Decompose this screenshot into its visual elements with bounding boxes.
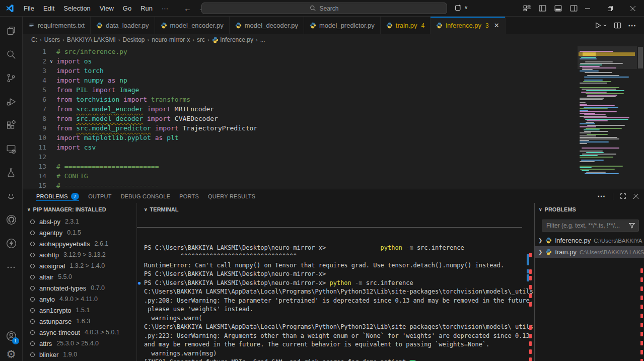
activity-pip-manager[interactable] <box>0 184 23 208</box>
package-list-item[interactable]: aiosignal1.3.2 > 1.4.0 <box>23 260 136 271</box>
scrollbar-thumb[interactable] <box>638 47 643 68</box>
maximize-panel-button[interactable] <box>620 193 626 199</box>
code-line[interactable]: 5from PIL import Image <box>23 85 574 95</box>
activity-account[interactable]: 1 <box>0 324 23 348</box>
package-list-item[interactable]: blinker1.9.0 <box>23 349 136 360</box>
problems-file-row-train-py[interactable]: ❯train.pyC:\Users\BAKKIYA LAKS <box>535 246 644 258</box>
editor-scrollbar[interactable] <box>637 46 644 188</box>
package-list-item[interactable]: anyio4.9.0 > 4.11.0 <box>23 294 136 305</box>
line-number[interactable]: 15 <box>23 181 46 189</box>
problems-filter-input[interactable] <box>545 222 626 230</box>
vscode-logo-icon[interactable] <box>0 4 19 13</box>
code-line[interactable]: 3import torch <box>23 66 574 76</box>
panel-more-actions-button[interactable]: ⋯ <box>597 191 606 201</box>
line-number[interactable]: 12 <box>23 152 46 162</box>
activity-run-and-debug[interactable] <box>0 90 23 113</box>
restore-button[interactable] <box>599 0 621 17</box>
minimap-slider[interactable] <box>578 46 637 69</box>
split-editor-button[interactable] <box>614 22 621 29</box>
tab-train-py[interactable]: train.py4 <box>381 17 431 34</box>
panel-tab-problems[interactable]: PROBLEMS7 <box>32 189 84 203</box>
package-list-item[interactable]: astunparse1.6.3 <box>23 316 136 327</box>
line-number[interactable]: 14 <box>23 171 46 181</box>
toggle-primary-sidebar-icon[interactable] <box>537 3 547 13</box>
tab-inference-py[interactable]: inference.py3✕ <box>431 17 505 34</box>
section-header-terminal[interactable]: ∨ TERMINAL <box>137 203 534 216</box>
line-number[interactable]: 7 <box>23 104 46 114</box>
breadcrumb-item[interactable]: Users <box>44 36 60 43</box>
code-line[interactable]: 1# src/inference.py <box>23 47 574 56</box>
package-list-item[interactable]: annotated-types0.7.0 <box>23 282 136 294</box>
line-number[interactable]: 3 <box>23 66 46 76</box>
line-number[interactable]: 4 <box>23 76 46 85</box>
menu-file[interactable]: File <box>19 5 39 12</box>
menu-go[interactable]: Go <box>118 5 136 12</box>
tab-requirements-txt[interactable]: requirements.txt <box>23 17 91 34</box>
panel-tab-query-results[interactable]: QUERY RESULTS <box>203 189 260 203</box>
activity-remote-explorer[interactable] <box>0 137 23 161</box>
run-python-file-button[interactable] <box>594 22 607 29</box>
breadcrumb-item[interactable]: inference.py <box>212 36 253 43</box>
menu-[interactable]: ··· <box>157 5 173 12</box>
line-number[interactable]: 2 <box>23 56 46 66</box>
code-line[interactable]: 8from src.model_decoder import CVAEDecod… <box>23 114 574 123</box>
minimize-button[interactable] <box>576 0 599 17</box>
breadcrumb-item[interactable]: C: <box>31 36 37 43</box>
tab-model-predictor-py[interactable]: model_predictor.py <box>304 17 381 34</box>
activity-more[interactable] <box>0 255 23 279</box>
package-list-item[interactable]: aiohttp3.12.9 > 3.13.2 <box>23 249 136 260</box>
tab-model-decoder-py[interactable]: model_decoder.py <box>230 17 304 34</box>
terminal-content[interactable]: PS C:\Users\BAKKIYA LAKSMI\Desktop\neuro… <box>137 216 534 361</box>
panel-tab-debug-console[interactable]: DEBUG CONSOLE <box>116 189 175 203</box>
filter-icon[interactable] <box>628 222 635 229</box>
command-decoration-icon[interactable]: ● <box>138 279 140 288</box>
line-number[interactable]: 8 <box>23 114 46 123</box>
package-list-item[interactable]: aiohappyeyeballs2.6.1 <box>23 238 136 249</box>
panel-tab-output[interactable]: OUTPUT <box>84 189 116 203</box>
breadcrumb-item[interactable]: BAKKIYA LAKSMI <box>67 36 116 43</box>
line-number[interactable]: 1 <box>23 47 46 56</box>
code-line[interactable]: 14# CONFIG <box>23 171 574 181</box>
activity-testing[interactable] <box>0 161 23 184</box>
tab-data-loader-py[interactable]: data_loader.py <box>91 17 155 34</box>
code-editor[interactable]: 1# src/inference.py2∨import os3import to… <box>23 45 644 189</box>
command-center-search[interactable]: Search <box>201 3 447 14</box>
activity-settings[interactable]: ⚙ <box>0 348 23 361</box>
code-line[interactable]: 7from src.model_encoder import MRIEncode… <box>23 104 574 114</box>
code-line[interactable]: 13# ======================== <box>23 162 574 171</box>
close-panel-button[interactable] <box>633 193 639 199</box>
menu-edit[interactable]: Edit <box>39 5 59 12</box>
tab-model-encoder-py[interactable]: model_encoder.py <box>155 17 230 34</box>
fold-chevron-icon[interactable]: ∨ <box>46 56 56 66</box>
customize-layout-icon[interactable] <box>522 3 532 13</box>
breadcrumb-item[interactable]: ... <box>260 36 265 43</box>
code-line[interactable]: 4import numpy as np <box>23 76 574 85</box>
editor-more-actions-button[interactable]: ⋯ <box>628 21 637 30</box>
line-number[interactable]: 9 <box>23 123 46 133</box>
panel-tab-ports[interactable]: PORTS <box>175 189 203 203</box>
package-list-item[interactable]: altair5.5.0 <box>23 271 136 282</box>
breadcrumb-item[interactable]: neuro-mirror-x <box>152 36 190 43</box>
line-number[interactable]: 13 <box>23 162 46 171</box>
package-list-item[interactable]: async-timeout4.0.3 > 5.0.1 <box>23 327 136 338</box>
activity-search[interactable] <box>0 42 23 66</box>
code-line[interactable]: 2∨import os <box>23 56 574 66</box>
menu-run[interactable]: Run <box>136 5 157 12</box>
package-list-item[interactable]: attrs25.3.0 > 25.4.0 <box>23 338 136 349</box>
code-line[interactable]: 15# ------------------------ <box>23 181 574 189</box>
activity-explorer[interactable] <box>0 19 23 42</box>
code-line[interactable]: 12 <box>23 152 574 162</box>
line-number[interactable]: 11 <box>23 142 46 152</box>
activity-extensions[interactable] <box>0 113 23 137</box>
copilot-icon[interactable] <box>454 3 463 12</box>
line-number[interactable]: 10 <box>23 133 46 142</box>
code-line[interactable]: 10import matplotlib.pyplot as plt <box>23 133 574 142</box>
activity-github[interactable] <box>0 208 23 232</box>
section-header-pip-manager[interactable]: ∨ PIP MANAGER: INSTALLED <box>23 203 136 216</box>
code-line[interactable]: 9from src.model_predictor import Traject… <box>23 123 574 133</box>
minimap[interactable] <box>578 46 637 188</box>
toggle-panel-icon[interactable] <box>553 3 563 13</box>
line-number[interactable]: 5 <box>23 85 46 95</box>
menu-view[interactable]: View <box>95 5 118 12</box>
package-list-item[interactable]: absl-py2.3.1 <box>23 216 136 227</box>
